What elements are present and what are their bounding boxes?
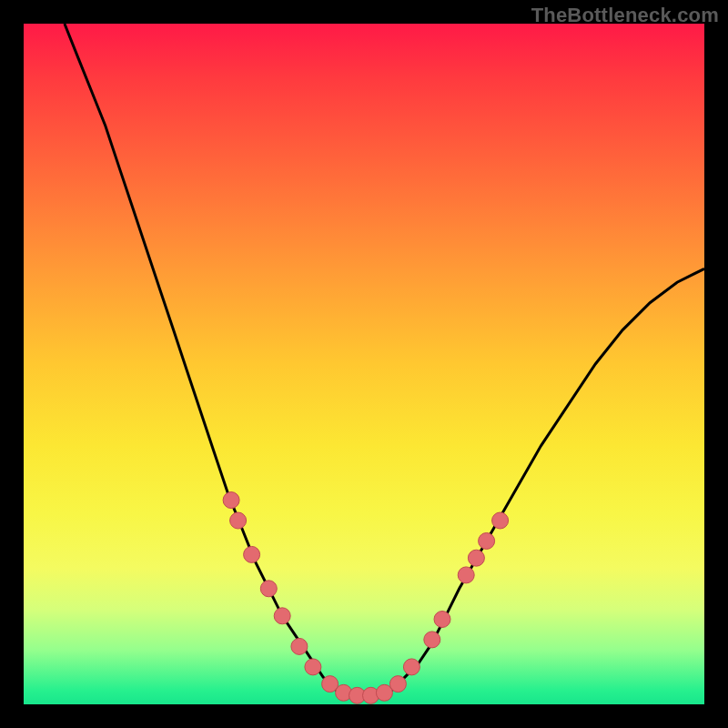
marker-point: [458, 567, 474, 583]
marker-point: [260, 581, 277, 597]
marker-point: [424, 632, 440, 648]
chart-svg: [24, 24, 704, 704]
marker-point: [479, 533, 495, 550]
marker-point: [274, 608, 290, 624]
marker-point: [403, 659, 420, 675]
watermark-text: TheBottleneck.com: [531, 4, 719, 27]
chart-frame: TheBottleneck.com: [0, 0, 728, 728]
marker-point: [434, 612, 450, 628]
marker-point: [305, 659, 321, 675]
marker-point: [230, 512, 247, 529]
marker-point: [468, 550, 484, 566]
plot-area: [24, 24, 704, 704]
curve-markers: [223, 492, 508, 704]
marker-point: [244, 546, 260, 562]
marker-point: [492, 512, 509, 529]
marker-point: [223, 492, 239, 509]
marker-point: [389, 676, 406, 693]
marker-point: [291, 638, 308, 654]
bottleneck-curve: [65, 24, 704, 698]
